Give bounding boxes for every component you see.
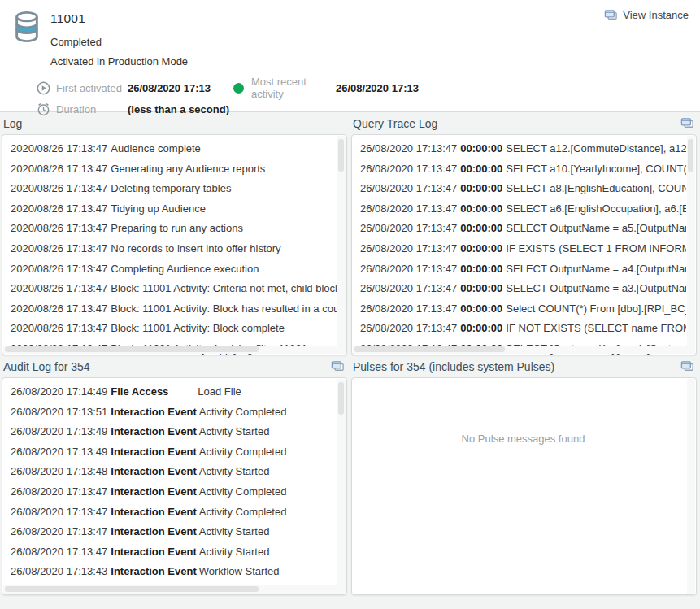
query-trace-entry: 26/08/2020 17:13:4700:00:00SELECT Output…	[360, 219, 686, 239]
audit-entry: 26/08/2020 17:13:49Interaction EventActi…	[11, 422, 337, 442]
audit-entry: 26/08/2020 17:13:49Interaction EventActi…	[11, 442, 337, 463]
log-entry: 2020/08/26 17:13:47Tidying up Audience	[11, 199, 337, 220]
audit-log-list[interactable]: 26/08/2020 17:14:49File AccessLoad File …	[2, 377, 347, 595]
vertical-scrollbar[interactable]	[687, 379, 695, 594]
panel-log: Log 2020/08/26 17:13:47Audience complete…	[2, 112, 347, 355]
scrollbar-thumb[interactable]	[688, 139, 693, 172]
audit-entry: 26/08/2020 17:13:47Interaction EventActi…	[11, 502, 337, 523]
query-trace-entry: 26/08/2020 17:13:4700:00:00Select COUNT(…	[360, 299, 686, 320]
scrollbar-thumb[interactable]	[5, 346, 259, 352]
audit-entry: 26/08/2020 17:13:47Interaction EventActi…	[11, 482, 337, 502]
duration-label: Duration	[56, 103, 128, 115]
panel-pulses: Pulses for 354 (includes system Pulses) …	[351, 355, 697, 595]
log-entry: 2020/08/26 17:13:47Deleting temporary ta…	[11, 179, 337, 199]
most-recent-activity-label: Most recent activity	[251, 76, 336, 100]
instance-header: View Instance 11001 Completed Activated …	[0, 0, 700, 111]
first-activated-label: First activated	[56, 82, 128, 94]
scrollbar-thumb[interactable]	[338, 382, 344, 415]
query-trace-entry: 26/08/2020 17:13:4700:00:00IF NOT EXISTS…	[360, 319, 686, 339]
most-recent-activity-value: 26/08/2020 17:13	[336, 82, 419, 94]
duration-value: (less than a second)	[128, 103, 229, 115]
log-entry: 2020/08/26 17:13:47Preparing to run any …	[11, 219, 337, 239]
popout-windows-icon[interactable]	[331, 359, 345, 373]
horizontal-scrollbar[interactable]	[3, 346, 337, 354]
query-trace-entry: 26/08/2020 17:13:4700:00:00SELECT a10.[Y…	[360, 159, 686, 180]
instance-meta: First activated 26/08/2020 17:13 Most re…	[37, 77, 689, 120]
cascade-windows-icon	[604, 8, 618, 22]
query-trace-entry: 26/08/2020 17:13:4700:00:00SELECT Output…	[360, 259, 686, 280]
log-entry: 2020/08/26 17:13:47Block: 11001 Activity…	[11, 299, 337, 320]
panel-pulses-title: Pulses for 354 (includes system Pulses)	[353, 360, 554, 373]
database-icon	[11, 10, 42, 44]
vertical-scrollbar[interactable]	[687, 136, 695, 354]
query-trace-entry: 26/08/2020 17:13:4700:00:00IF EXISTS (SE…	[360, 239, 686, 259]
audit-entry: 26/08/2020 17:14:49File AccessLoad File	[11, 382, 337, 402]
mode-text: Activated in Production Mode	[50, 55, 188, 67]
play-icon	[37, 81, 50, 95]
horizontal-scrollbar[interactable]	[3, 585, 337, 594]
audit-entry: 26/08/2020 17:13:43Interaction EventWork…	[11, 562, 337, 582]
panel-log-title: Log	[3, 117, 22, 130]
panel-audit-title: Audit Log for 354	[3, 360, 90, 373]
scrollbar-thumb[interactable]	[5, 586, 259, 592]
popout-windows-icon[interactable]	[680, 359, 694, 373]
horizontal-scrollbar[interactable]	[353, 346, 687, 354]
log-entry: 2020/08/26 17:13:47Block: 11001 Activity…	[11, 319, 337, 339]
log-entry: 2020/08/26 17:13:47Block: 11001 Activity…	[11, 279, 337, 299]
log-list[interactable]: 2020/08/26 17:13:47Audience complete 202…	[2, 134, 347, 355]
query-trace-entry: 26/08/2020 17:13:4700:00:00SELECT a6.[En…	[360, 199, 686, 220]
panel-audit-log: Audit Log for 354 26/08/2020 17:14:49Fil…	[2, 355, 347, 595]
view-instance-label: View Instance	[623, 9, 689, 21]
view-instance-button[interactable]: View Instance	[604, 8, 689, 22]
audit-entry: 26/08/2020 17:13:48Interaction EventActi…	[11, 462, 337, 482]
scrollbar-thumb[interactable]	[338, 139, 344, 172]
page-title: 11001	[50, 11, 188, 26]
alarm-clock-icon	[37, 102, 50, 116]
pulses-list[interactable]: No Pulse messages found	[351, 377, 697, 595]
log-panels-grid: Log 2020/08/26 17:13:47Audience complete…	[0, 112, 700, 595]
first-activated-value: 26/08/2020 17:13	[128, 82, 219, 94]
audit-entry: 26/08/2020 17:13:47Interaction EventActi…	[11, 522, 337, 542]
pulses-empty-message: No Pulse messages found	[360, 382, 686, 445]
log-entry: 2020/08/26 17:13:47Generating any Audien…	[11, 159, 337, 180]
query-trace-list[interactable]: 26/08/2020 17:13:4700:00:00SELECT a12.[C…	[351, 134, 697, 355]
panel-query-trace-log: Query Trace Log 26/08/2020 17:13:4700:00…	[351, 112, 697, 355]
status-text: Completed	[50, 36, 188, 48]
query-trace-entry: 26/08/2020 17:13:4700:00:00SELECT Output…	[360, 279, 686, 299]
log-entry: 2020/08/26 17:13:47Completing Audience e…	[11, 259, 337, 280]
activity-status-dot	[233, 83, 244, 94]
log-entry: 2020/08/26 17:13:47Audience complete	[11, 139, 337, 159]
vertical-scrollbar[interactable]	[337, 136, 346, 354]
audit-entry: 26/08/2020 17:13:51Interaction EventActi…	[11, 402, 337, 423]
query-trace-entry: 26/08/2020 17:13:4700:00:00SELECT a8.[En…	[360, 179, 686, 199]
vertical-scrollbar[interactable]	[337, 379, 346, 594]
audit-entry: 26/08/2020 17:13:47Interaction EventActi…	[11, 542, 337, 563]
scrollbar-thumb[interactable]	[354, 346, 505, 352]
log-entry: 2020/08/26 17:13:47No records to insert …	[11, 239, 337, 259]
query-trace-entry: 26/08/2020 17:13:4700:00:00SELECT a12.[C…	[360, 139, 686, 159]
